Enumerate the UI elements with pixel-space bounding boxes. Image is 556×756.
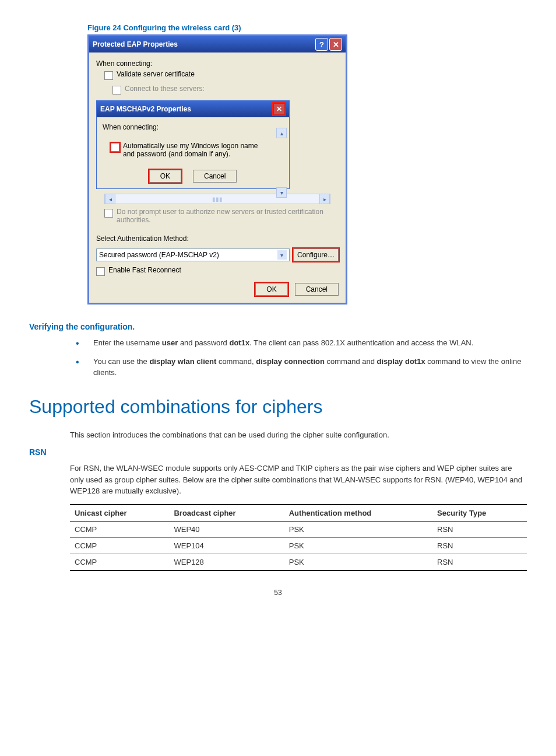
rsn-paragraph: For RSN, the WLAN-WSEC module supports o… [70,463,527,497]
rsn-heading: RSN [29,447,527,457]
fast-reconnect-checkbox[interactable] [96,267,105,276]
protected-eap-dialog: Protected EAP Properties ? ✕ When connec… [87,34,347,304]
scroll-left-icon[interactable]: ◂ [105,194,115,204]
table-header: Authentication method [284,505,432,522]
sub-titlebar: EAP MSCHAPv2 Properties ✕ [97,101,289,117]
list-item: Enter the username user and password dot… [76,337,527,349]
chevron-down-icon: ▾ [277,250,287,260]
validate-cert-label: Validate server certificate [117,70,195,78]
validate-cert-checkbox[interactable] [104,71,113,80]
intro-paragraph: This section introduces the combinations… [70,429,527,441]
main-title: Supported combinations for ciphers [29,396,527,418]
sub-close-button[interactable]: ✕ [273,103,286,116]
verify-heading: Verifying the configuration. [29,322,527,331]
auth-method-dropdown[interactable]: Secured password (EAP-MSCHAP v2) ▾ [96,249,290,261]
connect-servers-label: Connect to these servers: [125,85,205,93]
vertical-scrollbar[interactable]: ▴ ▾ [276,128,287,198]
page-number: 53 [29,589,527,597]
titlebar: Protected EAP Properties ? ✕ [89,36,346,52]
table-row: CCMPWEP128PSKRSN [70,554,527,570]
dialog-title: Protected EAP Properties [93,40,178,48]
list-item: You can use the display wlan client comm… [76,356,527,379]
table-header: Unicast cipher [70,505,169,522]
help-button[interactable]: ? [315,38,328,51]
cipher-table: Unicast cipher Broadcast cipher Authenti… [70,504,527,571]
table-row: CCMPWEP40PSKRSN [70,521,527,537]
ok-button[interactable]: OK [255,283,287,296]
when-connecting-label: When connecting: [96,60,339,68]
auto-logon-checkbox[interactable] [111,143,119,152]
table-row: CCMPWEP104PSKRSN [70,537,527,554]
do-not-prompt-checkbox[interactable] [104,209,113,218]
close-button[interactable]: ✕ [329,38,342,51]
auth-method-value: Secured password (EAP-MSCHAP v2) [99,251,219,259]
scroll-right-icon[interactable]: ▸ [319,194,330,204]
do-not-prompt-label: Do not prompt user to authorize new serv… [117,208,339,224]
fast-reconnect-label: Enable Fast Reconnect [108,266,181,274]
eap-mschapv2-dialog: EAP MSCHAPv2 Properties ✕ ▴ ▾ When conne… [96,100,290,189]
auto-logon-label: Automatically use my Windows logon name … [123,142,266,158]
scroll-track[interactable]: ▮▮▮ [115,196,319,202]
select-auth-label: Select Authentication Method: [96,235,339,243]
connect-servers-checkbox[interactable] [112,86,121,94]
scroll-up-icon[interactable]: ▴ [276,128,287,138]
sub-cancel-button[interactable]: Cancel [193,170,237,183]
configure-button[interactable]: Configure… [293,249,339,261]
cancel-button[interactable]: Cancel [295,283,339,296]
sub-ok-button[interactable]: OK [149,170,181,183]
sub-dialog-title: EAP MSCHAPv2 Properties [100,105,191,113]
table-header: Security Type [432,505,527,522]
horizontal-scrollbar[interactable]: ◂ ▮▮▮ ▸ [104,194,330,204]
table-header: Broadcast cipher [169,505,284,522]
scroll-down-icon[interactable]: ▾ [276,187,287,198]
figure-caption: Figure 24 Configuring the wireless card … [87,23,527,32]
bullet-list: Enter the username user and password dot… [29,337,527,379]
screenshot: Protected EAP Properties ? ✕ When connec… [87,34,527,304]
sub-when-connecting-label: When connecting: [103,123,283,131]
